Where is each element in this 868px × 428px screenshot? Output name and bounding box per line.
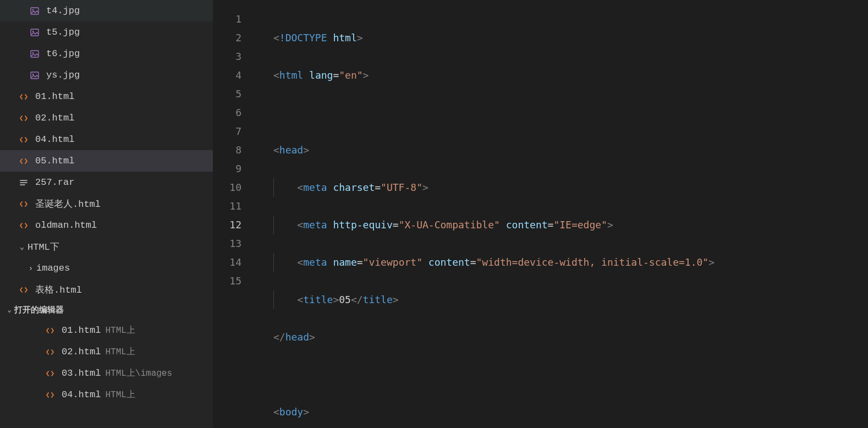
line-number: 1 bbox=[213, 10, 256, 29]
open-editor-item[interactable]: 04.html HTML上 bbox=[0, 384, 213, 405]
code-line: <meta name="viewport" content="width=dev… bbox=[256, 253, 868, 272]
line-number: 4 bbox=[213, 66, 256, 85]
html-icon bbox=[18, 286, 30, 294]
file-item[interactable]: 257.rar bbox=[0, 172, 213, 193]
html-icon bbox=[44, 348, 56, 356]
chevron-right-icon: › bbox=[25, 264, 36, 273]
editor-label: 01.html bbox=[62, 325, 101, 336]
folder-item[interactable]: › images bbox=[0, 257, 213, 279]
line-number: 6 bbox=[213, 103, 256, 122]
open-editors-list: 01.html HTML上 02.html HTML上 03.html HTML… bbox=[0, 320, 213, 405]
svg-point-7 bbox=[32, 73, 34, 75]
line-number: 8 bbox=[213, 141, 256, 160]
file-item[interactable]: 圣诞老人.html bbox=[0, 193, 213, 215]
editor-area[interactable]: 1 2 3 4 5 6 7 8 9 10 11 12 13 14 15 <!DO… bbox=[213, 0, 868, 428]
open-editors-header[interactable]: ⌄ 打开的编辑器 bbox=[0, 300, 213, 320]
file-item[interactable]: t4.jpg bbox=[0, 0, 213, 21]
html-icon bbox=[18, 157, 30, 166]
code-line: </head> bbox=[256, 328, 868, 347]
file-item[interactable]: 04.html bbox=[0, 129, 213, 150]
code-line: <!DOCTYPE html> bbox=[256, 29, 868, 47]
file-label: 04.html bbox=[35, 134, 74, 145]
html-icon bbox=[18, 200, 30, 208]
line-number: 7 bbox=[213, 122, 256, 141]
line-number: 5 bbox=[213, 85, 256, 103]
section-label: 打开的编辑器 bbox=[14, 305, 64, 315]
file-item[interactable]: 表格.html bbox=[0, 279, 213, 300]
editor-label: 03.html bbox=[62, 368, 101, 378]
file-label: t4.jpg bbox=[46, 6, 80, 16]
line-number: 14 bbox=[213, 253, 256, 272]
line-number: 13 bbox=[213, 234, 256, 253]
sidebar: t4.jpg t5.jpg t6.jpg ys.jpg 01.html 02.h… bbox=[0, 0, 213, 428]
line-number: 12 bbox=[213, 216, 256, 234]
chevron-down-icon: ⌄ bbox=[4, 306, 14, 314]
file-item[interactable]: 01.html bbox=[0, 86, 213, 107]
code-line bbox=[256, 365, 868, 384]
folder-label: HTML下 bbox=[28, 240, 59, 253]
image-icon bbox=[29, 71, 41, 80]
file-item[interactable]: t5.jpg bbox=[0, 21, 213, 43]
editor-label: 04.html bbox=[62, 389, 101, 400]
image-icon bbox=[29, 7, 41, 15]
file-label: 02.html bbox=[35, 113, 74, 123]
html-icon bbox=[44, 391, 56, 399]
file-item-active[interactable]: 05.html bbox=[0, 150, 213, 172]
svg-point-3 bbox=[32, 30, 34, 32]
line-gutter: 1 2 3 4 5 6 7 8 9 10 11 12 13 14 15 bbox=[213, 0, 256, 428]
chevron-down-icon: ⌄ bbox=[17, 242, 28, 251]
html-icon bbox=[44, 326, 56, 335]
line-number: 11 bbox=[213, 197, 256, 216]
image-icon bbox=[29, 28, 41, 37]
open-editor-item[interactable]: 01.html HTML上 bbox=[0, 320, 213, 341]
file-item[interactable]: ys.jpg bbox=[0, 64, 213, 86]
line-number: 9 bbox=[213, 160, 256, 178]
file-label: 05.html bbox=[35, 156, 74, 166]
image-icon bbox=[29, 50, 41, 58]
line-number: 15 bbox=[213, 272, 256, 290]
file-item[interactable]: 02.html bbox=[0, 107, 213, 129]
file-label: 01.html bbox=[35, 91, 74, 102]
file-label: t6.jpg bbox=[46, 48, 80, 59]
editor-path: HTML上 bbox=[105, 389, 135, 400]
editor-path: HTML上\images bbox=[105, 367, 172, 379]
code-line: <body> bbox=[256, 403, 868, 421]
code-content[interactable]: <!DOCTYPE html> <html lang="en"> <head> … bbox=[256, 0, 868, 428]
line-number: 2 bbox=[213, 29, 256, 47]
line-number: 3 bbox=[213, 47, 256, 66]
code-line: <meta http-equiv="X-UA-Compatible" conte… bbox=[256, 216, 868, 234]
code-line: <title>05</title> bbox=[256, 290, 868, 309]
html-icon bbox=[18, 92, 30, 101]
file-item[interactable]: t6.jpg bbox=[0, 43, 213, 64]
file-label: oldman.html bbox=[35, 220, 97, 231]
file-label: t5.jpg bbox=[46, 27, 80, 37]
folder-item[interactable]: ⌄ HTML下 bbox=[0, 236, 213, 257]
folder-label: images bbox=[36, 263, 70, 273]
open-editor-item[interactable]: 03.html HTML上\images bbox=[0, 363, 213, 384]
html-icon bbox=[18, 135, 30, 144]
svg-point-1 bbox=[32, 9, 34, 10]
code-line: <meta charset="UTF-8"> bbox=[256, 178, 868, 197]
file-tree: t4.jpg t5.jpg t6.jpg ys.jpg 01.html 02.h… bbox=[0, 0, 213, 300]
editor-path: HTML上 bbox=[105, 325, 135, 336]
code-line: <html lang="en"> bbox=[256, 66, 868, 85]
lines-icon bbox=[18, 178, 30, 187]
html-icon bbox=[44, 369, 56, 378]
svg-point-5 bbox=[32, 52, 34, 53]
line-number: 10 bbox=[213, 178, 256, 197]
file-item[interactable]: oldman.html bbox=[0, 215, 213, 236]
html-icon bbox=[18, 221, 30, 230]
code-line: <head> bbox=[256, 141, 868, 160]
html-icon bbox=[18, 114, 30, 123]
code-line bbox=[256, 103, 868, 122]
open-editor-item[interactable]: 02.html HTML上 bbox=[0, 341, 213, 363]
file-label: ys.jpg bbox=[46, 70, 80, 80]
file-label: 表格.html bbox=[35, 283, 82, 296]
file-label: 257.rar bbox=[35, 177, 74, 188]
editor-label: 02.html bbox=[62, 347, 101, 357]
file-label: 圣诞老人.html bbox=[35, 197, 101, 210]
editor-path: HTML上 bbox=[105, 346, 135, 358]
